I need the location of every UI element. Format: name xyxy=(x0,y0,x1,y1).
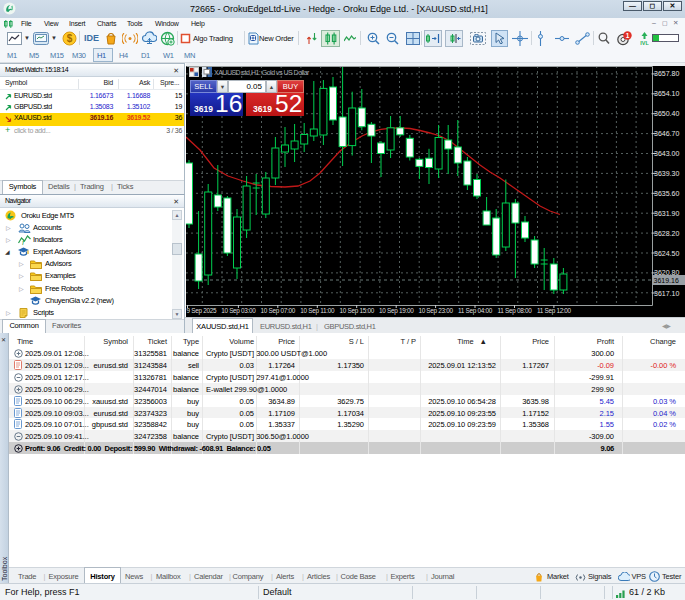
svg-text:11 Sep 04:00: 11 Sep 04:00 xyxy=(458,307,493,315)
svg-text:11 Sep 08:00: 11 Sep 08:00 xyxy=(498,307,533,315)
svg-text:10 Sep 19:00: 10 Sep 19:00 xyxy=(379,307,414,315)
svg-text:3650.40: 3650.40 xyxy=(654,110,679,117)
svg-text:9 Sep 2025: 9 Sep 2025 xyxy=(187,307,217,315)
svg-text:1: 1 xyxy=(626,32,630,39)
svg-text:10 Sep 23:00: 10 Sep 23:00 xyxy=(418,307,453,315)
svg-text:3631.90: 3631.90 xyxy=(654,210,679,217)
svg-text:10 Sep 15:00: 10 Sep 15:00 xyxy=(339,307,374,315)
svg-text:3619.16: 3619.16 xyxy=(654,277,679,284)
svg-text:3657.80: 3657.80 xyxy=(654,70,679,77)
svg-text:$: $ xyxy=(67,33,73,44)
svg-text:3617.10: 3617.10 xyxy=(654,290,679,297)
svg-text:3628.20: 3628.20 xyxy=(654,230,679,237)
svg-text:3635.60: 3635.60 xyxy=(654,190,679,197)
svg-text:10 Sep 07:00: 10 Sep 07:00 xyxy=(261,307,296,315)
svg-text:10 Sep 11:00: 10 Sep 11:00 xyxy=(300,307,335,315)
svg-text:3654.10: 3654.10 xyxy=(654,90,679,97)
svg-text:3624.50: 3624.50 xyxy=(654,250,679,257)
svg-text:10 Sep 03:00: 10 Sep 03:00 xyxy=(221,307,256,315)
svg-text:IVL: IVL xyxy=(640,40,649,46)
svg-text:3646.70: 3646.70 xyxy=(654,130,679,137)
svg-text:3639.30: 3639.30 xyxy=(654,170,679,177)
svg-text:11 Sep 12:00: 11 Sep 12:00 xyxy=(537,307,572,315)
svg-text:3643.00: 3643.00 xyxy=(654,150,679,157)
